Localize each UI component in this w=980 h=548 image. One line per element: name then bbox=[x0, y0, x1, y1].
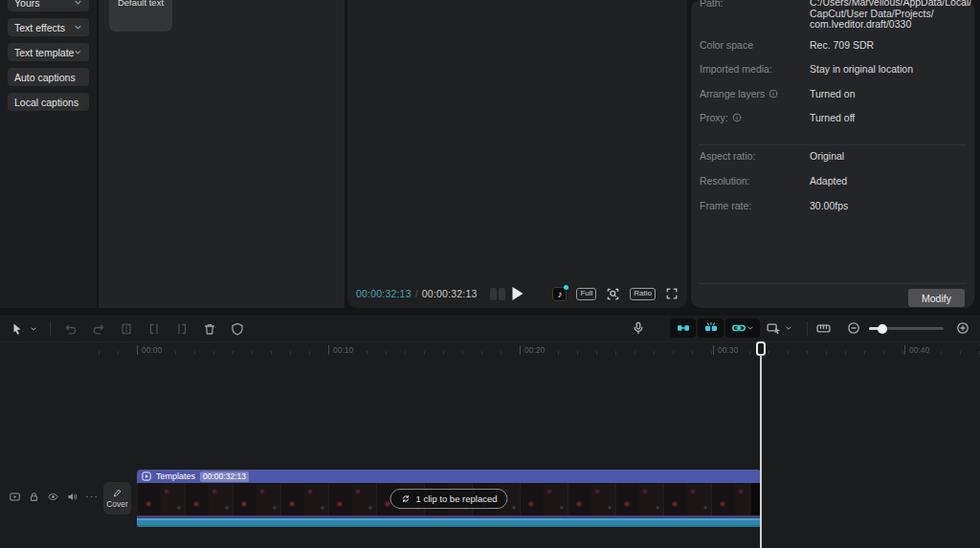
chevron-down-icon[interactable] bbox=[30, 325, 37, 333]
track-controls: ··· bbox=[9, 491, 99, 503]
snap-toggle-button[interactable] bbox=[670, 318, 696, 338]
delete-icon[interactable] bbox=[202, 321, 217, 337]
total-time: 00:00:32:13 bbox=[422, 288, 478, 299]
proxy-label: Proxy: bbox=[700, 112, 742, 123]
full-quality-button[interactable]: Full bbox=[576, 288, 596, 300]
fullscreen-icon[interactable] bbox=[665, 287, 679, 300]
arrange-layers-value: Turned on bbox=[810, 88, 855, 99]
chevron-down-icon bbox=[74, 48, 82, 56]
frame-rate-label: Frame rate: bbox=[700, 200, 751, 211]
notification-dot bbox=[564, 285, 568, 290]
preview-axis-icon bbox=[703, 320, 719, 336]
color-space-value: Rec. 709 SDR bbox=[810, 39, 874, 51]
toolbar-divider bbox=[50, 321, 51, 336]
project-settings-panel: Path: C:/Users/Marvellous/AppData/Local/… bbox=[691, 0, 974, 308]
color-space-label: Color space bbox=[700, 39, 753, 51]
clip-select-mode-button[interactable] bbox=[766, 319, 792, 336]
record-voiceover-icon[interactable] bbox=[631, 320, 646, 336]
default-text-tile[interactable]: Default text bbox=[109, 0, 172, 32]
current-time: 00:00:32:13 bbox=[356, 288, 412, 299]
toolbar-divider bbox=[807, 321, 808, 336]
player-bar: 00:00:32:13 / 00:00:32:13 ♪ Full Ratio bbox=[347, 279, 687, 308]
undo-icon[interactable] bbox=[63, 321, 78, 337]
ratio-button[interactable]: Ratio bbox=[630, 288, 656, 300]
proxy-value: Turned off bbox=[810, 112, 855, 123]
imported-media-value: Stay in original location bbox=[810, 63, 913, 75]
replace-clip-text: 1 clip to be replaced bbox=[415, 493, 497, 504]
adapt-timeline-icon[interactable] bbox=[815, 320, 832, 337]
split-clip-icon[interactable] bbox=[119, 321, 134, 337]
templates-clip[interactable]: Templates 00:00:32:13 1 clip to be repla… bbox=[137, 470, 761, 527]
path-label: Path: bbox=[700, 0, 724, 9]
clip-header[interactable]: Templates 00:00:32:13 bbox=[137, 470, 761, 483]
replace-clip-badge[interactable]: 1 clip to be replaced bbox=[390, 489, 507, 509]
ruler-label: 00:40 bbox=[904, 345, 929, 355]
link-clips-button[interactable] bbox=[725, 318, 760, 338]
clip-audio-strip[interactable] bbox=[137, 518, 761, 527]
zoom-in-icon[interactable] bbox=[955, 320, 970, 336]
clip-type-badge: Templates bbox=[156, 471, 195, 481]
clip-select-icon bbox=[766, 319, 782, 336]
info-icon[interactable] bbox=[732, 113, 742, 122]
more-options-icon[interactable]: ··· bbox=[85, 491, 99, 503]
ruler-label: 00:10 bbox=[328, 345, 353, 355]
text-library-panel: Default text bbox=[99, 0, 345, 308]
time-ruler[interactable]: 00:00 00:10 00:20 00:30 00:40 bbox=[0, 341, 980, 357]
playhead-line bbox=[760, 354, 762, 548]
chevron-down-icon bbox=[74, 23, 82, 32]
tiktok-export-icon[interactable]: ♪ bbox=[552, 287, 567, 301]
time-separator: / bbox=[415, 288, 418, 299]
snap-icon bbox=[676, 320, 691, 336]
frame-step-icon[interactable] bbox=[490, 288, 505, 300]
aspect-ratio-label: Aspect ratio: bbox=[700, 150, 755, 162]
link-icon bbox=[731, 320, 746, 336]
chevron-down-icon bbox=[746, 324, 754, 332]
resolution-label: Resolution: bbox=[700, 175, 750, 186]
playhead[interactable] bbox=[755, 341, 767, 548]
timeline-zoom-slider[interactable] bbox=[869, 327, 944, 330]
time-display: 00:00:32:13 / 00:00:32:13 bbox=[356, 288, 477, 299]
imported-media-label: Imported media: bbox=[700, 63, 772, 75]
preview-axis-button[interactable] bbox=[698, 318, 724, 338]
cover-button[interactable]: Cover bbox=[103, 482, 131, 515]
chevron-down-icon bbox=[74, 0, 82, 7]
sidebar-item-auto-captions[interactable]: Auto captions bbox=[8, 68, 89, 86]
sidebar-item-yours[interactable]: Yours bbox=[8, 0, 89, 11]
text-menu-sidebar: Yours Text effects Text template Auto ca… bbox=[0, 0, 97, 308]
sidebar-item-label: Yours bbox=[14, 0, 39, 9]
settings-divider bbox=[699, 144, 967, 145]
trim-left-icon[interactable] bbox=[146, 321, 162, 337]
play-button[interactable] bbox=[512, 287, 523, 300]
template-play-icon bbox=[142, 471, 151, 481]
clip-duration-badge: 00:00:32:13 bbox=[200, 471, 249, 482]
pencil-icon bbox=[112, 488, 122, 498]
arrange-layers-label: Arrange layers bbox=[700, 88, 778, 99]
resolution-value: Adapted bbox=[810, 175, 847, 186]
zoom-out-icon[interactable] bbox=[846, 320, 861, 336]
info-icon[interactable] bbox=[768, 89, 778, 99]
frame-rate-value: 30.00fps bbox=[810, 200, 848, 211]
trim-right-icon[interactable] bbox=[174, 321, 189, 337]
sidebar-item-local-captions[interactable]: Local captions bbox=[8, 93, 89, 111]
chevron-down-icon bbox=[785, 324, 792, 332]
aspect-ratio-value: Original bbox=[810, 150, 844, 162]
sidebar-item-text-template[interactable]: Text template bbox=[8, 43, 89, 61]
redo-icon[interactable] bbox=[91, 321, 106, 337]
path-value: C:/Users/Marvellous/AppData/Local/ CapCu… bbox=[810, 0, 971, 31]
modify-button[interactable]: Modify bbox=[908, 289, 965, 307]
lock-track-icon[interactable] bbox=[28, 491, 40, 503]
ruler-label: 00:30 bbox=[713, 345, 738, 355]
sidebar-item-label: Local captions bbox=[14, 97, 78, 108]
mute-track-icon[interactable] bbox=[66, 491, 78, 503]
select-tool-icon[interactable] bbox=[10, 321, 25, 337]
refresh-icon bbox=[400, 493, 411, 504]
sidebar-item-label: Text effects bbox=[14, 22, 65, 33]
hide-track-icon[interactable] bbox=[47, 491, 59, 503]
sidebar-item-label: Auto captions bbox=[14, 72, 76, 83]
ruler-label: 00:00 bbox=[137, 345, 162, 355]
sidebar-item-text-effects[interactable]: Text effects bbox=[8, 18, 89, 36]
slider-handle[interactable] bbox=[878, 324, 887, 334]
frame-search-icon[interactable] bbox=[606, 287, 620, 301]
mask-shield-icon[interactable] bbox=[230, 321, 245, 337]
settings-divider bbox=[699, 283, 967, 284]
